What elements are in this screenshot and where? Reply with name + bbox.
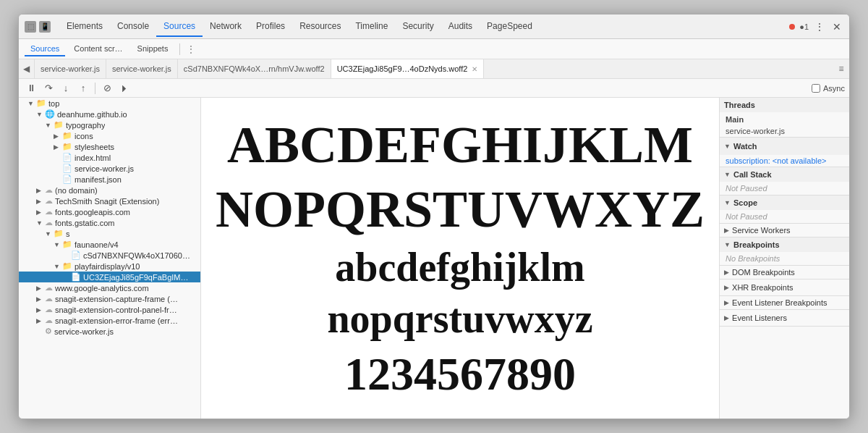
- threads-header[interactable]: Threads: [720, 98, 849, 112]
- debug-sep-1: [95, 83, 95, 94]
- tree-item-gstatic[interactable]: ▼ ☁ fonts.gstatic.com: [19, 217, 200, 228]
- inspect-icon[interactable]: ⬚: [25, 21, 36, 33]
- close-devtools-button[interactable]: ✕: [830, 20, 843, 33]
- device-icon[interactable]: 📱: [39, 21, 51, 33]
- tree-item-error[interactable]: ▶ ☁ snagit-extension-error-frame (err…: [19, 315, 200, 326]
- tree-label-icons: icons: [75, 132, 93, 140]
- tree-item-uc3z[interactable]: 📄 UC3ZEjagJi85gF9qFaBgIM…: [19, 272, 200, 282]
- tree-item-deanhume[interactable]: ▼ 🌐 deanhume.github.io: [19, 109, 200, 119]
- tree-item-faunaone[interactable]: ▼ 📁 faunaone/v4: [19, 239, 200, 250]
- call-stack-arrow-icon: ▼: [724, 171, 731, 178]
- cloud-icon-7: ☁: [45, 305, 53, 314]
- dom-bp-arrow-icon: ▶: [724, 269, 729, 276]
- tree-item-no-domain[interactable]: ▶ ☁ (no domain): [19, 185, 200, 196]
- woff-file-icon-2: 📄: [71, 272, 81, 282]
- scope-header[interactable]: ▼ Scope: [720, 196, 849, 210]
- event-listener-bp-section: ▶ Event Listener Breakpoints: [720, 296, 849, 310]
- tab-resources[interactable]: Resources: [292, 17, 348, 37]
- tab-pagespeed[interactable]: PageSpeed: [480, 17, 540, 37]
- tree-label-faunaone: faunaone/v4: [75, 240, 119, 249]
- tree-item-googleapis[interactable]: ▶ ☁ fonts.googleapis.com: [19, 206, 200, 217]
- tree-label-control: snagit-extension-control-panel-fr…: [55, 306, 177, 314]
- menu-bar: ⬚ 📱 Elements Console Sources Network Pro…: [19, 14, 849, 39]
- tab-console[interactable]: Console: [110, 17, 156, 37]
- file-tab-end[interactable]: ≡: [833, 59, 849, 78]
- event-listener-bp-header[interactable]: ▶ Event Listener Breakpoints: [720, 296, 849, 309]
- cloud-icon-6: ☁: [45, 294, 53, 303]
- tree-item-csdf[interactable]: 📄 cSd7NBXNFQWk4oX17060…: [19, 250, 200, 261]
- tab-profiles[interactable]: Profiles: [249, 17, 292, 37]
- font-preview-line-3: abcdefghijklm: [335, 245, 584, 290]
- record-indicator: [789, 24, 795, 30]
- record-count: ●1: [799, 22, 809, 31]
- tree-item-stylesheets[interactable]: ▶ 📁 stylesheets: [19, 141, 200, 152]
- tab-network[interactable]: Network: [203, 17, 249, 37]
- sources-tab-content-scripts[interactable]: Content scr…: [68, 42, 128, 56]
- async-checkbox[interactable]: [812, 84, 820, 93]
- el-label: Event Listeners: [732, 314, 787, 322]
- breakpoints-header[interactable]: ▼ Breakpoints: [720, 237, 849, 252]
- xhr-breakpoints-header[interactable]: ▶ XHR Breakpoints +: [720, 279, 849, 295]
- sources-tab-sources[interactable]: Sources: [25, 42, 65, 56]
- step-into-button[interactable]: ↓: [58, 81, 74, 96]
- file-tab-4-label: UC3ZEjagJi85gF9…4oDzNyds.woff2: [337, 64, 468, 73]
- sources-tab-snippets[interactable]: Snippets: [132, 42, 174, 56]
- tree-item-sw-root[interactable]: ⚙ service-worker.js: [19, 326, 200, 337]
- file-tab-1-label: service-worker.js: [41, 64, 100, 73]
- tree-item-icons[interactable]: ▶ 📁 icons: [19, 130, 200, 141]
- more-options-button[interactable]: ⋮: [813, 20, 826, 33]
- tab-audits[interactable]: Audits: [441, 17, 480, 37]
- sources-more-icon[interactable]: ⋮: [186, 43, 196, 55]
- file-tab-4[interactable]: UC3ZEjagJi85gF9…4oDzNyds.woff2 ✕: [331, 59, 485, 78]
- watch-header[interactable]: ▼ Watch + ↻: [720, 138, 849, 155]
- tab-timeline[interactable]: Timeline: [348, 17, 395, 37]
- deactivate-breakpoints-button[interactable]: ⊘: [99, 81, 115, 96]
- tab-security[interactable]: Security: [395, 17, 441, 37]
- file-tab-1[interactable]: service-worker.js: [35, 59, 106, 78]
- watch-arrow-icon: ▼: [724, 143, 731, 150]
- breakpoints-section: ▼ Breakpoints No Breakpoints: [720, 237, 849, 266]
- tree-item-s-folder[interactable]: ▼ 📁 s: [19, 228, 200, 239]
- tab-elements[interactable]: Elements: [59, 17, 110, 37]
- tree-label-googleapis: fonts.googleapis.com: [55, 208, 130, 216]
- tree-item-analytics[interactable]: ▶ ☁ www.google-analytics.com: [19, 282, 200, 293]
- file-tab-2[interactable]: service-worker.js: [106, 59, 178, 78]
- dom-breakpoints-header[interactable]: ▶ DOM Breakpoints: [720, 266, 849, 279]
- file-tab-nav-left[interactable]: ◀: [19, 59, 35, 78]
- tree-item-index-html[interactable]: 📄 index.html: [19, 152, 200, 163]
- call-stack-header[interactable]: ▼ Call Stack: [720, 167, 849, 182]
- scope-header-label: Scope: [733, 198, 757, 207]
- font-preview-area: ABCDEFGHIJKLM NOPQRSTUVWXYZ abcdefghijkl…: [201, 98, 719, 419]
- pause-on-exceptions-button[interactable]: ⏵: [116, 81, 132, 96]
- main-tabs: Elements Console Sources Network Profile…: [59, 17, 540, 37]
- async-control: Async: [812, 84, 845, 93]
- xhr-label: XHR Breakpoints: [732, 283, 793, 292]
- step-over-button[interactable]: ↷: [41, 81, 56, 96]
- toolbar-divider: [179, 43, 180, 55]
- tree-item-typography[interactable]: ▼ 📁 typography: [19, 119, 200, 130]
- tree-item-control[interactable]: ▶ ☁ snagit-extension-control-panel-fr…: [19, 304, 200, 315]
- tree-item-playfair[interactable]: ▼ 📁 playfairdisplay/v10: [19, 261, 200, 272]
- tree-label-index-html: index.html: [75, 154, 111, 162]
- tree-item-manifest[interactable]: 📄 manifest.json: [19, 174, 200, 185]
- dom-breakpoints-section: ▶ DOM Breakpoints: [720, 266, 849, 279]
- tree-item-snagit[interactable]: ▶ ☁ TechSmith Snagit (Extension): [19, 196, 200, 206]
- tree-item-sw-js[interactable]: 📄 service-worker.js: [19, 163, 200, 174]
- tree-label-s: s: [66, 230, 70, 238]
- file-tab-3[interactable]: cSd7NBXNFQWk4oX…rn/hmVJw.woff2: [178, 59, 331, 78]
- el-bp-label: Event Listener Breakpoints: [732, 298, 827, 307]
- event-listeners-header[interactable]: ▶ Event Listeners ↻: [720, 310, 849, 326]
- tab-sources[interactable]: Sources: [156, 17, 203, 37]
- font-preview-line-2: NOPQRSTUVWXYZ: [216, 181, 705, 238]
- tree-item-top[interactable]: ▼ 📁 top: [19, 98, 200, 109]
- step-out-button[interactable]: ↑: [75, 81, 91, 96]
- tree-item-capture[interactable]: ▶ ☁ snagit-extension-capture-frame (…: [19, 293, 200, 304]
- pause-button[interactable]: ⏸: [23, 81, 39, 96]
- cloud-icon-4: ☁: [45, 218, 53, 227]
- file-tab-2-label: service-worker.js: [112, 64, 171, 73]
- service-workers-header[interactable]: ▶ Service Workers: [720, 224, 849, 237]
- tree-label-snagit: TechSmith Snagit (Extension): [55, 197, 159, 206]
- threads-main-label: Main: [720, 112, 849, 125]
- file-tab-4-close[interactable]: ✕: [472, 65, 477, 73]
- watch-header-label: Watch: [733, 142, 757, 151]
